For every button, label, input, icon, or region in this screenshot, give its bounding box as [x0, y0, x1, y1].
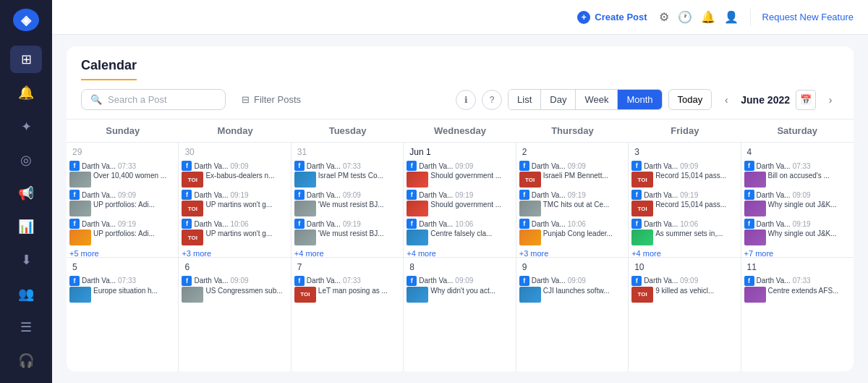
event-jun1-2[interactable]: f Darth Va... 09:19 Should government ..…: [407, 190, 512, 216]
help-button[interactable]: ?: [482, 90, 502, 110]
event-31-1[interactable]: f Darth Va... 07:33 Israel PM tests Co..…: [294, 161, 400, 188]
event-name: Darth Va...: [644, 162, 678, 170]
sidebar-item-megaphone[interactable]: 📢: [10, 180, 42, 207]
header-wednesday: Wednesday: [404, 119, 516, 142]
event-thumb: TOI: [631, 172, 653, 188]
day-cell-31: 31 f Darth Va... 07:33 Israel PM tests C…: [292, 143, 404, 257]
today-button[interactable]: Today: [668, 89, 712, 110]
more-events-2[interactable]: +3 more: [519, 249, 625, 257]
day-cell-3: 3 f Darth Va... 09:09 TOI Record 15,014 …: [629, 143, 741, 257]
event-31-2[interactable]: f Darth Va... 09:09 'We must resist BJ..…: [294, 190, 400, 216]
day-number-31: 31: [294, 146, 400, 159]
event-desc: CJI launches softw...: [543, 287, 610, 295]
more-events-29[interactable]: +5 more: [69, 249, 175, 257]
prev-month-button[interactable]: ‹: [718, 91, 735, 109]
sidebar-item-notifications[interactable]: 🔔: [10, 79, 42, 106]
bell-icon[interactable]: 🔔: [701, 10, 715, 24]
event-name: Darth Va...: [307, 191, 341, 199]
sidebar-item-analytics[interactable]: ✦: [10, 113, 42, 140]
event-thumb: [744, 172, 766, 188]
event-desc: Should government ...: [430, 201, 501, 209]
day-number-29: 29: [69, 146, 175, 159]
view-day-button[interactable]: Day: [541, 90, 576, 109]
settings-icon[interactable]: ⚙: [659, 10, 669, 24]
event-thumb: [69, 172, 91, 188]
event-2-1[interactable]: f Darth Va... 09:09 TOI Israeli PM Benne…: [519, 161, 625, 188]
event-3-3[interactable]: f Darth Va... 10:06 As summer sets in,..…: [631, 219, 737, 245]
event-thumb: TOI: [519, 172, 541, 188]
event-5-1[interactable]: f Darth Va... 07:33 Europe situation h..…: [69, 276, 175, 303]
sidebar-item-chart[interactable]: 📊: [10, 213, 42, 240]
event-time: 09:09: [568, 277, 586, 285]
day-number-4: 4: [744, 146, 851, 159]
fb-icon: f: [744, 161, 754, 171]
event-11-1[interactable]: f Darth Va... 07:33 Centre extends AFS..…: [744, 276, 851, 303]
event-8-1[interactable]: f Darth Va... 09:09 Why didn't you act..…: [407, 276, 512, 303]
request-feature-button[interactable]: Request New Feature: [762, 12, 854, 22]
info-button[interactable]: ℹ: [456, 90, 476, 110]
app-logo[interactable]: ◈: [13, 9, 39, 31]
event-thumb: TOI: [631, 201, 653, 216]
calendar-header: Calendar 🔍 Search a Post ⊟ Filter Posts: [67, 46, 854, 119]
create-post-button[interactable]: + Create Post: [577, 11, 647, 24]
clock-icon[interactable]: 🕐: [678, 10, 692, 24]
sidebar-item-dashboard[interactable]: ⊞: [10, 46, 42, 73]
create-post-icon: +: [577, 11, 590, 24]
day-cell-5: 5 f Darth Va... 07:33 Europe situation h…: [67, 258, 179, 372]
view-list-button[interactable]: List: [509, 90, 541, 109]
event-2-2[interactable]: f Darth Va... 09:19 TMC hits out at Ce..…: [519, 190, 625, 216]
event-31-3[interactable]: f Darth Va... 09:19 'We must resist BJ..…: [294, 219, 400, 245]
more-events-31[interactable]: +4 more: [294, 249, 400, 257]
event-29-3[interactable]: f Darth Va... 09:19 UP portfolios: Adi..…: [69, 219, 175, 245]
event-desc: UP martins won't g...: [205, 201, 272, 209]
event-time: 07:33: [343, 277, 361, 285]
more-events-3[interactable]: +4 more: [631, 249, 737, 257]
event-9-1[interactable]: f Darth Va... 09:09 CJI launches softw..…: [519, 276, 625, 303]
more-events-4[interactable]: +7 more: [744, 249, 851, 257]
event-6-1[interactable]: f Darth Va... 09:09 US Congressmen sub..…: [182, 276, 287, 303]
event-7-1[interactable]: f Darth Va... 07:33 TOI LeT man posing a…: [294, 276, 400, 303]
event-4-1[interactable]: f Darth Va... 07:33 Bill on accused's ..…: [744, 161, 851, 188]
more-events-30[interactable]: +3 more: [182, 249, 287, 257]
event-4-3[interactable]: f Darth Va... 09:19 Why single out J&K..…: [744, 219, 851, 245]
search-box[interactable]: 🔍 Search a Post: [81, 89, 226, 110]
event-desc: Record 15,014 pass...: [655, 172, 726, 180]
day-headers: Sunday Monday Tuesday Wednesday Thursday…: [67, 119, 854, 143]
event-time: 10:06: [680, 220, 698, 228]
event-29-1[interactable]: f Darth Va... 07:33 Over 10,400 women ..…: [69, 161, 175, 188]
event-4-2[interactable]: f Darth Va... 09:09 Why single out J&K..…: [744, 190, 851, 216]
day-number-7: 7: [294, 261, 400, 274]
sidebar-item-download[interactable]: ⬇: [10, 246, 42, 274]
event-thumb: TOI: [631, 287, 653, 303]
event-2-3[interactable]: f Darth Va... 10:06 Punjab Cong leader..…: [519, 219, 625, 245]
event-30-2[interactable]: f Darth Va... 09:19 TOI UP martins won't…: [182, 190, 287, 216]
sidebar-item-support[interactable]: 🎧: [10, 347, 42, 374]
sidebar-item-people[interactable]: 👥: [10, 279, 42, 307]
event-name: Darth Va...: [194, 162, 228, 170]
sidebar-item-circle[interactable]: ◎: [10, 146, 42, 174]
event-desc: Why single out J&K...: [768, 201, 837, 209]
next-month-button[interactable]: ›: [822, 91, 839, 109]
filter-posts-button[interactable]: ⊟ Filter Posts: [234, 90, 308, 109]
more-events-jun1[interactable]: +4 more: [407, 249, 512, 257]
event-jun1-1[interactable]: f Darth Va... 09:09 Should government ..…: [407, 161, 512, 188]
day-number-5: 5: [69, 261, 175, 274]
event-jun1-3[interactable]: f Darth Va... 10:06 Centre falsely cla..…: [407, 219, 512, 245]
nav-divider: [750, 9, 751, 26]
fb-icon: f: [182, 190, 192, 200]
user-icon[interactable]: 👤: [724, 10, 739, 24]
calendar-picker-button[interactable]: 📅: [796, 90, 816, 110]
event-thumb: [519, 201, 541, 216]
event-29-2[interactable]: f Darth Va... 09:09 UP portfolios: Adi..…: [69, 190, 175, 216]
event-30-3[interactable]: f Darth Va... 10:06 TOI UP martins won't…: [182, 219, 287, 245]
sidebar-item-list[interactable]: ☰: [10, 313, 42, 341]
event-3-1[interactable]: f Darth Va... 09:09 TOI Record 15,014 pa…: [631, 161, 737, 188]
main-content: + Create Post ⚙ 🕐 🔔 👤 Request New Featur…: [52, 0, 868, 383]
event-3-2[interactable]: f Darth Va... 09:19 TOI Record 15,014 pa…: [631, 190, 737, 216]
header-saturday: Saturday: [741, 119, 854, 142]
event-10-1[interactable]: f Darth Va... 09:09 TOI 9 killed as vehi…: [631, 276, 737, 303]
view-week-button[interactable]: Week: [576, 90, 618, 109]
event-30-1[interactable]: f Darth Va... 09:09 TOI Ex-babus-dealers…: [182, 161, 287, 188]
view-month-button[interactable]: Month: [618, 90, 661, 109]
event-time: 09:09: [118, 191, 136, 199]
